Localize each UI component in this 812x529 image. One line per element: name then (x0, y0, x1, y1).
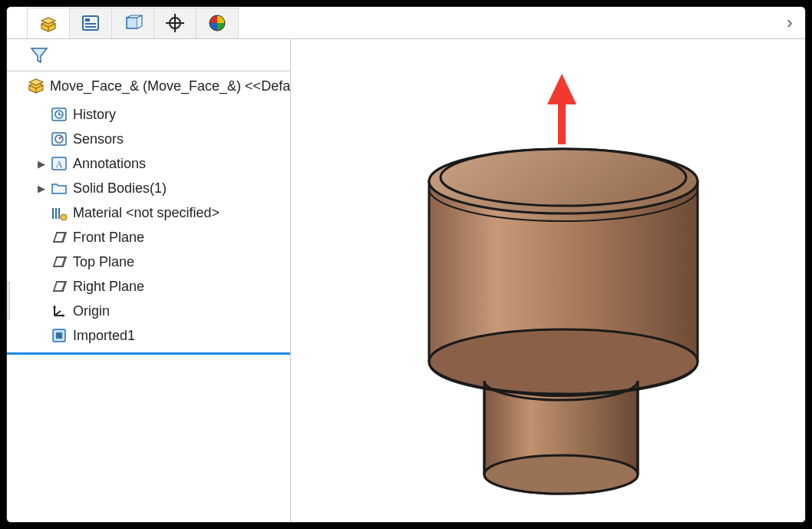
tree-item[interactable]: Front Plane (7, 225, 290, 250)
part-icon (27, 75, 45, 94)
svg-rect-1 (85, 18, 90, 21)
panel-splitter[interactable] (7, 281, 10, 319)
tab-displaymanager[interactable] (196, 8, 239, 38)
svg-text:A: A (56, 159, 63, 170)
svg-marker-21 (62, 314, 65, 317)
plane-icon (48, 278, 70, 295)
tab-configurationmanager[interactable] (111, 8, 154, 38)
config-icon (123, 14, 143, 32)
svg-marker-20 (53, 305, 56, 308)
funnel-icon (30, 45, 48, 65)
folder-icon (48, 180, 70, 197)
svg-point-25 (484, 455, 638, 494)
tree-item-label: Front Plane (73, 230, 144, 246)
svg-point-27 (429, 329, 698, 394)
origin-icon (48, 303, 70, 319)
imported-icon (48, 327, 70, 344)
tree-item-label: Right Plane (73, 279, 144, 295)
tree-item-label: Origin (73, 303, 110, 319)
tree-item-label: Top Plane (73, 254, 134, 270)
tree-item[interactable]: Origin (7, 299, 290, 323)
material-icon (48, 204, 70, 221)
svg-rect-4 (127, 18, 137, 28)
tree-item-label: Annotations (73, 156, 146, 172)
viewport-3d[interactable] (291, 39, 805, 522)
target-icon (166, 14, 184, 32)
expand-caret[interactable]: ▶ (35, 183, 48, 194)
feature-tree-panel: Move_Face_& (Move_Face_&) <<Default Hist… (7, 39, 291, 522)
toolbar: › (7, 7, 805, 39)
tree-items: HistorySensors▶AAnnotations▶Solid Bodies… (7, 101, 290, 355)
appearance-icon (208, 14, 226, 32)
tree-item[interactable]: Top Plane (7, 250, 290, 274)
svg-rect-23 (56, 332, 62, 339)
svg-point-29 (441, 149, 686, 206)
tree-filter-row[interactable] (7, 39, 290, 71)
tree-item[interactable]: ▶Solid Bodies(1) (7, 176, 290, 200)
tree-item[interactable]: Right Plane (7, 274, 290, 299)
tree-item-label: Imported1 (73, 328, 135, 344)
svg-point-19 (61, 214, 67, 220)
tree-root[interactable]: Move_Face_& (Move_Face_&) <<Default (7, 71, 290, 101)
tree-item-label: History (73, 107, 116, 123)
app-frame: › Move_Face_& (Move_Face_&) <<Default (6, 6, 806, 523)
content-body: Move_Face_& (Move_Face_&) <<Default Hist… (7, 39, 805, 522)
toolbar-more[interactable]: › (774, 13, 805, 33)
plane-icon (48, 229, 70, 246)
tab-featuremanager[interactable] (27, 8, 70, 38)
chevron-right-icon: › (787, 13, 792, 33)
tab-propertymanager[interactable] (69, 8, 112, 38)
annotations-icon: A (48, 155, 70, 172)
tree-item[interactable]: History (7, 102, 290, 127)
part-icon (38, 13, 58, 33)
tree-item-label: Sensors (73, 131, 124, 147)
tree-item[interactable]: Material <not specified> (7, 200, 290, 225)
property-icon (81, 14, 101, 32)
svg-marker-24 (547, 74, 576, 144)
direction-arrow (547, 74, 576, 144)
tree-item-label: Material <not specified> (73, 205, 220, 221)
tree-item[interactable]: Imported1 (7, 323, 290, 348)
plane-icon (48, 253, 70, 270)
tree-item[interactable]: ▶AAnnotations (7, 151, 290, 176)
history-icon (48, 106, 70, 123)
model-canvas (291, 39, 805, 515)
tree-item-label: Solid Bodies(1) (73, 180, 167, 197)
expand-caret[interactable]: ▶ (35, 158, 48, 170)
tree-root-label: Move_Face_& (Move_Face_&) <<Default (50, 78, 290, 94)
sensors-icon (48, 131, 70, 147)
tab-dimxpert[interactable] (153, 8, 196, 38)
tree-item[interactable]: Sensors (7, 127, 290, 151)
